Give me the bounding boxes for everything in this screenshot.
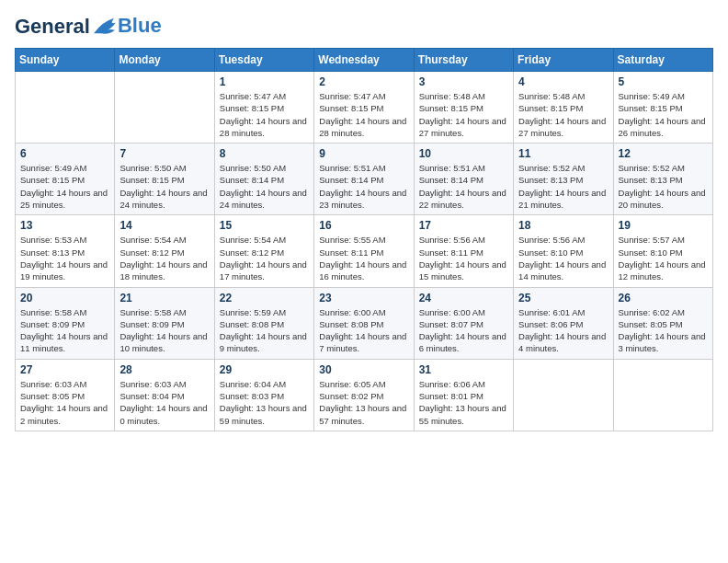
cell-content: Sunrise: 6:00 AMSunset: 8:07 PMDaylight:… xyxy=(419,306,508,355)
calendar-week-row: 6Sunrise: 5:49 AMSunset: 8:15 PMDaylight… xyxy=(16,144,713,215)
calendar-cell: 15Sunrise: 5:54 AMSunset: 8:12 PMDayligh… xyxy=(214,215,313,287)
calendar-week-row: 20Sunrise: 5:58 AMSunset: 8:09 PMDayligh… xyxy=(16,287,713,359)
day-number: 1 xyxy=(220,75,309,88)
logo-bird-icon xyxy=(92,17,118,37)
calendar-cell: 21Sunrise: 5:58 AMSunset: 8:09 PMDayligh… xyxy=(115,287,214,359)
cell-content: Sunrise: 5:56 AMSunset: 8:11 PMDaylight:… xyxy=(419,234,508,282)
cell-content: Sunrise: 5:50 AMSunset: 8:14 PMDaylight:… xyxy=(220,162,309,211)
day-of-week-header: Saturday xyxy=(613,49,712,72)
day-of-week-header: Sunday xyxy=(16,49,115,72)
day-number: 13 xyxy=(20,219,109,232)
day-number: 31 xyxy=(419,363,508,376)
calendar-header-row: SundayMondayTuesdayWednesdayThursdayFrid… xyxy=(16,49,713,72)
calendar-cell: 31Sunrise: 6:06 AMSunset: 8:01 PMDayligh… xyxy=(414,359,513,431)
day-number: 27 xyxy=(20,363,109,376)
cell-content: Sunrise: 5:55 AMSunset: 8:11 PMDaylight:… xyxy=(319,234,408,282)
day-number: 14 xyxy=(119,219,209,232)
cell-content: Sunrise: 6:03 AMSunset: 8:04 PMDaylight:… xyxy=(119,378,209,427)
cell-content: Sunrise: 5:52 AMSunset: 8:13 PMDaylight:… xyxy=(619,162,708,211)
cell-content: Sunrise: 5:49 AMSunset: 8:15 PMDaylight:… xyxy=(619,90,708,139)
calendar-cell: 28Sunrise: 6:03 AMSunset: 8:04 PMDayligh… xyxy=(115,359,214,431)
cell-content: Sunrise: 6:03 AMSunset: 8:05 PMDaylight:… xyxy=(20,378,109,427)
page-header: General Blue xyxy=(15,15,713,39)
day-number: 21 xyxy=(119,292,209,304)
day-of-week-header: Friday xyxy=(514,49,613,72)
day-number: 16 xyxy=(319,219,408,232)
calendar-cell: 3Sunrise: 5:48 AMSunset: 8:15 PMDaylight… xyxy=(414,72,513,144)
cell-content: Sunrise: 6:06 AMSunset: 8:01 PMDaylight:… xyxy=(419,378,508,427)
cell-content: Sunrise: 5:51 AMSunset: 8:14 PMDaylight:… xyxy=(419,162,508,211)
day-number: 6 xyxy=(20,147,109,160)
day-number: 19 xyxy=(619,219,708,232)
cell-content: Sunrise: 6:04 AMSunset: 8:03 PMDaylight:… xyxy=(220,378,309,427)
calendar-cell xyxy=(115,72,214,144)
cell-content: Sunrise: 5:57 AMSunset: 8:10 PMDaylight:… xyxy=(619,234,708,282)
cell-content: Sunrise: 5:48 AMSunset: 8:15 PMDaylight:… xyxy=(518,90,608,139)
calendar-week-row: 1Sunrise: 5:47 AMSunset: 8:15 PMDaylight… xyxy=(16,72,713,144)
day-number: 9 xyxy=(319,147,408,160)
cell-content: Sunrise: 5:54 AMSunset: 8:12 PMDaylight:… xyxy=(220,234,309,282)
day-number: 8 xyxy=(220,147,309,160)
day-number: 11 xyxy=(518,147,608,160)
calendar-cell: 10Sunrise: 5:51 AMSunset: 8:14 PMDayligh… xyxy=(414,144,513,215)
calendar-cell: 5Sunrise: 5:49 AMSunset: 8:15 PMDaylight… xyxy=(613,72,712,144)
day-number: 15 xyxy=(220,219,309,232)
cell-content: Sunrise: 5:58 AMSunset: 8:09 PMDaylight:… xyxy=(20,306,109,355)
day-of-week-header: Monday xyxy=(115,49,214,72)
logo-general-label: General xyxy=(15,15,90,39)
calendar-cell: 16Sunrise: 5:55 AMSunset: 8:11 PMDayligh… xyxy=(314,215,414,287)
calendar-cell: 22Sunrise: 5:59 AMSunset: 8:08 PMDayligh… xyxy=(214,287,313,359)
calendar-cell: 19Sunrise: 5:57 AMSunset: 8:10 PMDayligh… xyxy=(613,215,712,287)
day-number: 30 xyxy=(319,363,408,376)
calendar-cell xyxy=(16,72,115,144)
cell-content: Sunrise: 5:51 AMSunset: 8:14 PMDaylight:… xyxy=(319,162,408,211)
calendar-cell: 9Sunrise: 5:51 AMSunset: 8:14 PMDaylight… xyxy=(314,144,414,215)
day-number: 18 xyxy=(518,219,608,232)
calendar-cell xyxy=(514,359,613,431)
day-number: 2 xyxy=(319,75,408,88)
cell-content: Sunrise: 6:00 AMSunset: 8:08 PMDaylight:… xyxy=(319,306,408,355)
calendar-cell: 1Sunrise: 5:47 AMSunset: 8:15 PMDaylight… xyxy=(214,72,313,144)
cell-content: Sunrise: 5:54 AMSunset: 8:12 PMDaylight:… xyxy=(119,234,209,282)
day-number: 26 xyxy=(619,292,708,304)
logo: General Blue xyxy=(15,15,162,39)
calendar-cell: 12Sunrise: 5:52 AMSunset: 8:13 PMDayligh… xyxy=(613,144,712,215)
calendar-cell: 8Sunrise: 5:50 AMSunset: 8:14 PMDaylight… xyxy=(214,144,313,215)
calendar-cell: 14Sunrise: 5:54 AMSunset: 8:12 PMDayligh… xyxy=(115,215,214,287)
logo-blue-label: Blue xyxy=(118,14,162,38)
day-number: 28 xyxy=(119,363,209,376)
day-number: 23 xyxy=(319,292,408,304)
day-number: 20 xyxy=(20,292,109,304)
calendar-cell: 13Sunrise: 5:53 AMSunset: 8:13 PMDayligh… xyxy=(16,215,115,287)
cell-content: Sunrise: 5:48 AMSunset: 8:15 PMDaylight:… xyxy=(419,90,508,139)
day-number: 5 xyxy=(619,75,708,88)
calendar-cell: 6Sunrise: 5:49 AMSunset: 8:15 PMDaylight… xyxy=(16,144,115,215)
calendar-week-row: 27Sunrise: 6:03 AMSunset: 8:05 PMDayligh… xyxy=(16,359,713,431)
cell-content: Sunrise: 6:05 AMSunset: 8:02 PMDaylight:… xyxy=(319,378,408,427)
calendar-cell: 24Sunrise: 6:00 AMSunset: 8:07 PMDayligh… xyxy=(414,287,513,359)
calendar-cell: 29Sunrise: 6:04 AMSunset: 8:03 PMDayligh… xyxy=(214,359,313,431)
calendar-cell: 11Sunrise: 5:52 AMSunset: 8:13 PMDayligh… xyxy=(514,144,613,215)
day-number: 4 xyxy=(518,75,608,88)
day-number: 25 xyxy=(518,292,608,304)
day-of-week-header: Thursday xyxy=(414,49,513,72)
calendar-cell xyxy=(613,359,712,431)
day-number: 7 xyxy=(119,147,209,160)
day-number: 17 xyxy=(419,219,508,232)
calendar-cell: 23Sunrise: 6:00 AMSunset: 8:08 PMDayligh… xyxy=(314,287,414,359)
calendar-cell: 17Sunrise: 5:56 AMSunset: 8:11 PMDayligh… xyxy=(414,215,513,287)
cell-content: Sunrise: 6:01 AMSunset: 8:06 PMDaylight:… xyxy=(518,306,608,355)
calendar-cell: 30Sunrise: 6:05 AMSunset: 8:02 PMDayligh… xyxy=(314,359,414,431)
day-number: 29 xyxy=(220,363,309,376)
cell-content: Sunrise: 5:47 AMSunset: 8:15 PMDaylight:… xyxy=(220,90,309,139)
day-number: 10 xyxy=(419,147,508,160)
calendar-cell: 7Sunrise: 5:50 AMSunset: 8:15 PMDaylight… xyxy=(115,144,214,215)
calendar-cell: 20Sunrise: 5:58 AMSunset: 8:09 PMDayligh… xyxy=(16,287,115,359)
calendar-cell: 4Sunrise: 5:48 AMSunset: 8:15 PMDaylight… xyxy=(514,72,613,144)
cell-content: Sunrise: 5:59 AMSunset: 8:08 PMDaylight:… xyxy=(220,306,309,355)
calendar-table: SundayMondayTuesdayWednesdayThursdayFrid… xyxy=(15,48,713,431)
calendar-cell: 25Sunrise: 6:01 AMSunset: 8:06 PMDayligh… xyxy=(514,287,613,359)
day-number: 3 xyxy=(419,75,508,88)
day-number: 22 xyxy=(220,292,309,304)
cell-content: Sunrise: 5:50 AMSunset: 8:15 PMDaylight:… xyxy=(119,162,209,211)
